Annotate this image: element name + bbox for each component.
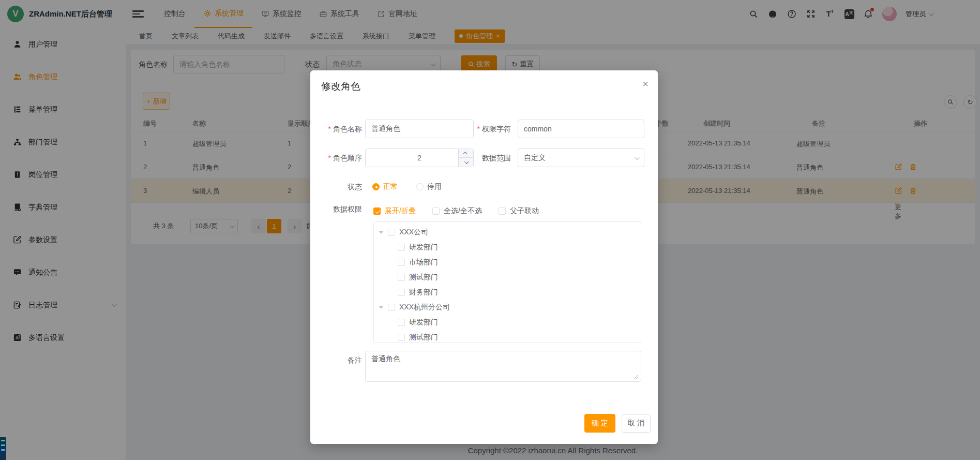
- remark-field-label: 备注: [310, 351, 362, 369]
- checkbox-icon[interactable]: [388, 229, 395, 236]
- tree-node[interactable]: 市场部门: [374, 255, 641, 270]
- tree-node[interactable]: 财务部门: [374, 285, 641, 300]
- parent-child-link-checkbox[interactable]: 父子联动: [499, 206, 539, 216]
- radio-label: 正常: [383, 182, 398, 191]
- tree-node[interactable]: 研发部门: [374, 315, 641, 330]
- tree-node[interactable]: XXX公司: [374, 225, 641, 240]
- role-name-input[interactable]: [365, 120, 474, 138]
- tree-node-label: 市场部门: [409, 258, 438, 267]
- role-name-field-label: *角色名称: [310, 120, 362, 138]
- tree-node[interactable]: 研发部门: [374, 240, 641, 255]
- status-radio-normal[interactable]: 正常: [372, 177, 398, 196]
- checkbox-label: 展开/折叠: [385, 206, 416, 216]
- caret-down-icon[interactable]: [379, 306, 384, 309]
- select-all-checkbox[interactable]: 全选/全不选: [432, 206, 482, 216]
- role-key-input[interactable]: [518, 120, 644, 138]
- data-scope-select[interactable]: 自定义: [518, 149, 644, 167]
- radio-icon: [416, 183, 424, 190]
- checkbox-icon[interactable]: [398, 289, 405, 296]
- corner-widget[interactable]: [0, 437, 6, 460]
- checkbox-icon[interactable]: [388, 304, 395, 311]
- tree-node-label: XXX杭州分公司: [399, 303, 450, 312]
- department-tree: XXX公司 研发部门 市场部门 测试部门 财务部门 XXX杭州分公司: [373, 221, 641, 343]
- tree-node[interactable]: 测试部门: [374, 270, 641, 285]
- data-scope-field-label: 数据范围: [459, 149, 511, 167]
- status-radio-disabled[interactable]: 停用: [416, 177, 442, 196]
- cancel-button[interactable]: 取 消: [622, 414, 651, 433]
- checkbox-icon: [373, 207, 381, 215]
- edit-role-dialog: 修改角色 × *角色名称 *权限字符 *角色顺序 数据范围 自定义: [310, 70, 658, 444]
- expand-collapse-checkbox[interactable]: 展开/折叠: [373, 206, 416, 216]
- checkbox-icon[interactable]: [398, 319, 405, 326]
- caret-down-icon[interactable]: [379, 231, 384, 234]
- role-key-field-label: *权限字符: [459, 120, 511, 138]
- tree-node-label: 研发部门: [409, 243, 438, 252]
- dialog-close-icon[interactable]: ×: [642, 79, 649, 89]
- status-field-label: 状态: [310, 177, 362, 196]
- role-order-field-label: *角色顺序: [310, 149, 362, 167]
- data-scope-value: 自定义: [524, 153, 546, 162]
- role-order-input[interactable]: [366, 149, 473, 167]
- tree-node[interactable]: XXX杭州分公司: [374, 300, 641, 315]
- checkbox-icon[interactable]: [398, 259, 405, 266]
- checkbox-icon: [432, 207, 440, 215]
- dialog-title: 修改角色: [321, 80, 360, 93]
- chevron-down-icon: [635, 155, 640, 160]
- required-mark: *: [477, 125, 480, 133]
- checkbox-icon[interactable]: [398, 244, 405, 251]
- remark-textarea[interactable]: 普通角色: [365, 351, 641, 382]
- tree-node-label: 财务部门: [409, 288, 438, 297]
- data-permission-field-label: 数据权限: [310, 202, 362, 214]
- radio-icon: [372, 183, 380, 190]
- tree-node[interactable]: 测试部门: [374, 330, 641, 343]
- checkbox-icon[interactable]: [398, 334, 405, 341]
- app-window: V ZRAdmin.NET后台管理 控制台 系统管理 系统监控 系统工具 官网地: [0, 0, 980, 460]
- checkbox-label: 全选/全不选: [444, 206, 482, 216]
- radio-label: 停用: [427, 182, 442, 191]
- role-order-stepper: [365, 149, 474, 167]
- checkbox-label: 父子联动: [510, 206, 539, 216]
- required-mark: *: [328, 154, 331, 162]
- confirm-button[interactable]: 确 定: [584, 414, 615, 433]
- checkbox-icon: [499, 207, 506, 215]
- tree-node-label: 测试部门: [409, 273, 438, 282]
- required-mark: *: [328, 125, 331, 133]
- checkbox-icon[interactable]: [398, 274, 405, 281]
- tree-node-label: 研发部门: [409, 318, 438, 327]
- tree-node-label: 测试部门: [409, 333, 438, 342]
- tree-node-label: XXX公司: [399, 228, 428, 237]
